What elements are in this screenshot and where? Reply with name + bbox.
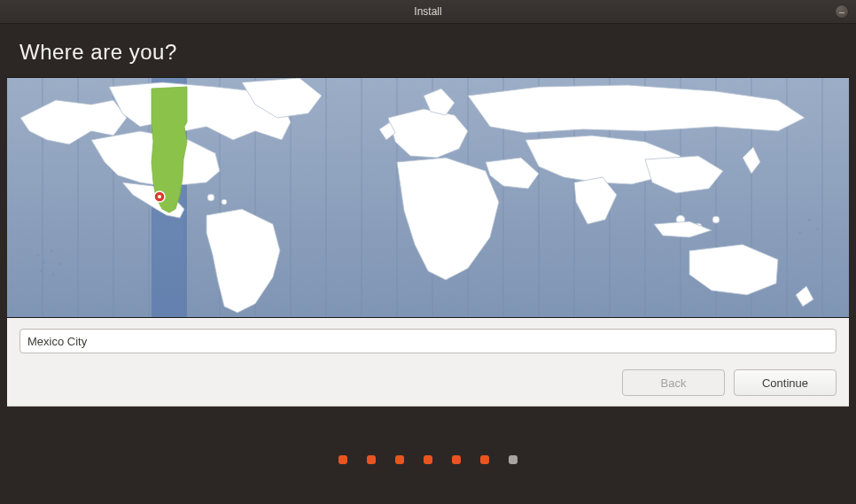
svg-point-25 xyxy=(222,199,227,205)
progress-dot xyxy=(424,455,432,464)
svg-point-33 xyxy=(52,274,55,276)
svg-point-31 xyxy=(51,250,53,252)
continue-button-label: Continue xyxy=(762,376,808,390)
footer xyxy=(0,415,856,504)
svg-point-37 xyxy=(799,232,802,235)
svg-point-34 xyxy=(40,270,43,273)
progress-dot xyxy=(339,455,347,464)
svg-point-24 xyxy=(207,194,214,201)
minimize-icon: – xyxy=(839,7,844,17)
timezone-input[interactable] xyxy=(19,329,837,353)
back-button[interactable]: Back xyxy=(622,369,725,396)
svg-point-39 xyxy=(158,195,161,198)
window-title: Install xyxy=(414,5,441,18)
window-titlebar: Install – xyxy=(0,0,856,24)
svg-point-28 xyxy=(712,216,720,223)
svg-point-36 xyxy=(817,228,820,230)
progress-dot xyxy=(367,455,376,464)
progress-dot xyxy=(395,455,404,464)
back-button-label: Back xyxy=(661,376,687,390)
timezone-map[interactable] xyxy=(7,77,849,318)
continue-button[interactable]: Continue xyxy=(734,369,837,396)
window-minimize-button[interactable]: – xyxy=(835,4,849,19)
progress-dots xyxy=(339,455,517,464)
svg-point-30 xyxy=(43,261,46,264)
svg-point-35 xyxy=(808,219,811,221)
button-row: Back Continue xyxy=(19,369,837,396)
content-panel: Back Continue xyxy=(7,318,849,407)
progress-dot xyxy=(452,455,461,464)
svg-point-29 xyxy=(37,254,40,257)
page-title: Where are you? xyxy=(0,24,856,77)
location-pin xyxy=(154,191,165,202)
progress-dot xyxy=(480,455,489,464)
svg-point-32 xyxy=(59,263,62,266)
progress-dot-current xyxy=(509,455,517,464)
